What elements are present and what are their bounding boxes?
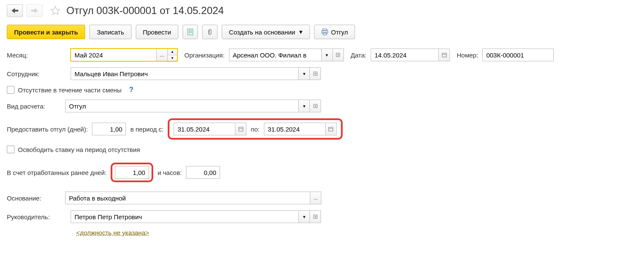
svg-rect-4 xyxy=(323,29,327,31)
prev-days-label: В счет отработанных ранее дней: xyxy=(7,169,106,176)
arrow-left-icon xyxy=(11,8,18,13)
calc-type-input[interactable] xyxy=(65,100,299,112)
month-choose-button[interactable]: … xyxy=(157,49,168,61)
chevron-down-icon: ▾ xyxy=(299,28,303,36)
days-off-label: Предоставить отгул (дней): xyxy=(7,126,88,133)
open-icon xyxy=(313,104,318,108)
svg-rect-6 xyxy=(323,32,326,35)
save-button[interactable]: Записать xyxy=(89,25,131,39)
svg-rect-8 xyxy=(442,53,447,57)
arrow-right-icon xyxy=(31,8,38,13)
basis-choose-button[interactable]: … xyxy=(310,192,321,204)
calc-type-dropdown-button[interactable]: ▾ xyxy=(299,100,310,112)
period-from-input[interactable] xyxy=(174,123,235,135)
calendar-icon xyxy=(442,52,447,57)
post-and-close-button[interactable]: Провести и закрыть xyxy=(7,25,85,39)
svg-rect-5 xyxy=(322,31,328,33)
manager-input[interactable] xyxy=(71,210,299,223)
open-icon xyxy=(313,215,318,219)
free-rate-label: Освободить ставку на период отсутствия xyxy=(18,146,140,153)
calc-type-open-button[interactable] xyxy=(310,100,321,112)
employee-open-button[interactable] xyxy=(310,67,321,80)
nav-forward-button xyxy=(26,4,43,17)
month-label: Месяц: xyxy=(7,52,66,59)
favorite-star-icon[interactable] xyxy=(50,6,60,16)
and-hours-label: и часов: xyxy=(157,169,182,176)
period-to-input[interactable] xyxy=(264,123,326,135)
svg-rect-0 xyxy=(188,29,193,35)
nav-back-button[interactable] xyxy=(7,4,23,17)
number-label: Номер: xyxy=(457,52,478,59)
month-up-button[interactable]: ▲ xyxy=(168,49,177,55)
paperclip-icon xyxy=(206,29,213,35)
manager-open-button[interactable] xyxy=(310,210,321,223)
print-button[interactable]: Отгул xyxy=(314,25,355,39)
days-off-input[interactable] xyxy=(92,123,126,135)
create-based-label: Создать на основании xyxy=(229,29,295,36)
month-down-button[interactable]: ▼ xyxy=(168,55,177,61)
calc-type-label: Вид расчета: xyxy=(7,103,61,110)
period-from-calendar-button[interactable] xyxy=(235,123,246,135)
movements-button[interactable] xyxy=(183,25,198,39)
month-input[interactable] xyxy=(71,49,157,61)
date-input[interactable] xyxy=(371,49,439,61)
basis-label: Основание: xyxy=(7,195,61,202)
organization-label: Организация: xyxy=(184,52,225,59)
calendar-icon xyxy=(238,126,243,132)
period-to-label: по: xyxy=(251,126,260,133)
date-calendar-button[interactable] xyxy=(439,49,450,61)
basis-input[interactable] xyxy=(65,192,310,204)
manager-label: Руководитель: xyxy=(7,213,66,221)
free-rate-checkbox[interactable] xyxy=(7,146,14,153)
number-input[interactable] xyxy=(482,49,554,61)
employee-dropdown-button[interactable]: ▾ xyxy=(299,67,310,80)
page-title: Отгул 003К-000001 от 14.05.2024 xyxy=(66,5,224,17)
organization-open-button[interactable] xyxy=(333,49,344,61)
document-lines-icon xyxy=(187,29,194,35)
help-icon[interactable]: ? xyxy=(129,86,134,94)
partial-shift-checkbox[interactable] xyxy=(7,86,14,94)
post-button[interactable]: Провести xyxy=(136,25,178,39)
manager-dropdown-button[interactable]: ▾ xyxy=(299,210,310,223)
open-icon xyxy=(336,53,340,57)
organization-dropdown-button[interactable]: ▾ xyxy=(322,49,333,61)
printer-icon xyxy=(321,29,328,35)
open-icon xyxy=(313,72,318,76)
period-from-label: в период с: xyxy=(130,126,163,133)
employee-input[interactable] xyxy=(71,67,299,80)
organization-input[interactable] xyxy=(229,49,322,61)
prev-hours-input[interactable] xyxy=(186,166,220,179)
print-label: Отгул xyxy=(331,29,348,36)
period-to-calendar-button[interactable] xyxy=(326,123,337,135)
svg-rect-12 xyxy=(239,127,243,131)
svg-rect-14 xyxy=(329,127,333,131)
attachments-button[interactable] xyxy=(202,25,218,39)
prev-days-input[interactable] xyxy=(115,166,149,179)
calendar-icon xyxy=(328,126,333,132)
create-based-on-button[interactable]: Создать на основании ▾ xyxy=(222,25,310,39)
date-label: Дата: xyxy=(351,52,366,59)
employee-label: Сотрудник: xyxy=(7,70,66,77)
position-missing-link[interactable]: <должность не указана> xyxy=(76,229,149,236)
partial-shift-label: Отсутствие в течение части смены xyxy=(18,86,122,94)
